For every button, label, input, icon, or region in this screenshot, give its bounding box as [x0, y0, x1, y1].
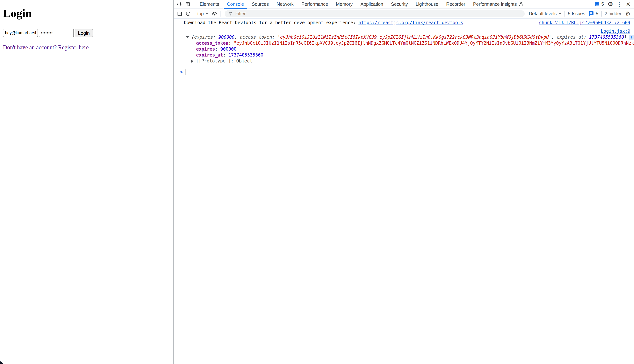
tabbar-divider — [194, 1, 194, 7]
clear-console-button[interactable] — [184, 10, 192, 18]
collapse-triangle-icon[interactable] — [191, 60, 193, 63]
chevron-down-icon — [558, 13, 562, 15]
property-value: 1737405535360 — [228, 52, 263, 58]
console-sidebar-button[interactable] — [175, 10, 184, 18]
info-source-link[interactable]: chunk-VIJJTZRL.js?v=960bd321:21609 — [539, 20, 630, 25]
more-options-button[interactable]: ⋮ — [616, 0, 623, 8]
issues-label: 5 Issues: — [568, 11, 586, 16]
property-key: expires_at — [196, 52, 223, 58]
kebab-menu-icon: ⋮ — [616, 0, 622, 8]
console-settings-button[interactable]: ⚙ — [624, 10, 632, 18]
corner-wedge — [0, 361, 4, 364]
log-levels-dropdown[interactable]: Default levels — [527, 11, 563, 16]
console-messages-badge[interactable]: 5 — [592, 1, 605, 7]
filter-input[interactable] — [236, 11, 521, 16]
login-button[interactable]: Login — [75, 29, 93, 37]
email-field[interactable] — [3, 29, 38, 37]
levels-label: Default levels — [529, 11, 557, 16]
toolbar-divider — [601, 11, 602, 16]
devtools-tabbar: Elements Console Sources Network Perform… — [174, 0, 634, 8]
property-key: access_token — [196, 40, 228, 46]
preview-key-expires-at: expires_at — [557, 34, 584, 40]
tab-lighthouse[interactable]: Lighthouse — [412, 0, 442, 8]
console-toolbar: top Default levels 5 Issues: — [174, 9, 634, 18]
console-prompt[interactable]: > — [174, 66, 634, 75]
device-toolbar-icon — [185, 1, 191, 7]
tab-elements[interactable]: Elements — [196, 0, 223, 8]
prompt-chevron-icon: > — [180, 69, 183, 75]
prototype-value: Object — [236, 58, 252, 64]
filter-funnel-icon — [228, 11, 233, 16]
devtools-tabs: Elements Console Sources Network Perform… — [196, 0, 528, 8]
preview-key-expires: expires — [194, 34, 213, 40]
devtools-panel: Elements Console Sources Network Perform… — [174, 0, 634, 364]
tab-performance-insights[interactable]: Performance insights — [469, 0, 528, 8]
toolbar-divider — [564, 11, 565, 16]
expand-triangle-icon[interactable] — [186, 36, 189, 38]
web-page: Login Login Don't have an account? Regis… — [0, 0, 174, 364]
login-form: Login — [3, 29, 170, 37]
password-field[interactable] — [39, 29, 74, 37]
property-value: "eyJhbGciOiJIUzI1NiIsInR5cCI6IkpXVCJ9.ey… — [234, 40, 634, 46]
clear-console-icon — [185, 11, 191, 16]
message-count: 5 — [601, 2, 604, 7]
issues-bubble-icon — [588, 11, 594, 16]
gear-icon: ⚙ — [608, 0, 613, 8]
hidden-messages-count[interactable]: 2 hidden — [603, 11, 624, 16]
page-title: Login — [3, 7, 170, 20]
sidebar-panel-icon — [177, 11, 182, 16]
chevron-down-icon — [206, 13, 208, 15]
context-label: top — [197, 11, 204, 16]
console-log-entry: Login.jsx:9 {expires: 900000, access_tok… — [174, 27, 634, 66]
preview-value-expires-at: 1737405535360 — [589, 34, 624, 40]
react-devtools-message: Download the React DevTools for a better… — [184, 20, 358, 25]
preview-brace: { — [192, 34, 194, 40]
preview-value-access-token: 'eyJhbGciOiJIUzI1NiIsInR5cCI6IkpXVCJ9.ey… — [278, 34, 552, 40]
toolbar-divider — [220, 11, 220, 16]
object-preview-line[interactable]: {expires: 900000, access_token: 'eyJhbGc… — [174, 34, 634, 40]
tab-memory[interactable]: Memory — [332, 0, 356, 8]
tabbar-right-controls: 5 ⚙ ⋮ × — [592, 0, 634, 8]
console-messages: Download the React DevTools for a better… — [174, 18, 634, 364]
info-badge-icon[interactable]: i — [629, 34, 634, 40]
inspect-cursor-icon — [177, 1, 182, 7]
flask-icon — [518, 2, 524, 7]
property-value: 900000 — [220, 46, 236, 52]
gear-icon: ⚙ — [625, 10, 631, 17]
tab-sources[interactable]: Sources — [248, 0, 273, 8]
live-expression-button[interactable] — [210, 10, 219, 18]
close-icon: × — [626, 0, 630, 8]
close-devtools-button[interactable]: × — [624, 0, 632, 8]
tab-security[interactable]: Security — [387, 0, 412, 8]
prototype-row[interactable]: [[Prototype]]: Object — [174, 58, 634, 64]
log-source-link[interactable]: Login.jsx:9 — [601, 29, 630, 34]
tab-recorder[interactable]: Recorder — [442, 0, 469, 8]
issues-counter[interactable]: 5 Issues: 5 — [566, 11, 600, 16]
inspect-element-button[interactable] — [175, 0, 184, 8]
property-key: expires — [196, 46, 215, 52]
preview-value-expires: 900000 — [218, 34, 235, 40]
message-bubble-icon — [594, 1, 600, 7]
property-row: expires: 900000 — [174, 46, 634, 52]
issues-count: 5 — [596, 11, 598, 16]
register-link[interactable]: Don't have an account? Register here — [3, 44, 89, 50]
property-row: access_token: "eyJhbGciOiJIUzI1NiIsInR5c… — [174, 40, 634, 46]
tab-network[interactable]: Network — [273, 0, 298, 8]
settings-button[interactable]: ⚙ — [606, 0, 614, 8]
tab-console[interactable]: Console — [223, 0, 248, 8]
filter-box — [224, 10, 525, 17]
text-cursor — [186, 69, 186, 75]
console-info-row: Download the React DevTools for a better… — [174, 18, 634, 27]
preview-key-access-token: access_token — [240, 34, 272, 40]
toolbar-divider — [194, 11, 194, 16]
react-devtools-link[interactable]: https://reactjs.org/link/react-devtools — [358, 20, 463, 25]
prototype-key: [[Prototype]] — [196, 58, 231, 64]
device-toolbar-button[interactable] — [184, 0, 192, 8]
tab-performance[interactable]: Performance — [298, 0, 332, 8]
tab-performance-insights-label: Performance insights — [473, 2, 517, 7]
property-row: expires_at: 1737405535360 — [174, 52, 634, 58]
execution-context-selector[interactable]: top — [196, 11, 210, 16]
eye-icon — [212, 11, 217, 16]
tab-application[interactable]: Application — [356, 0, 387, 8]
